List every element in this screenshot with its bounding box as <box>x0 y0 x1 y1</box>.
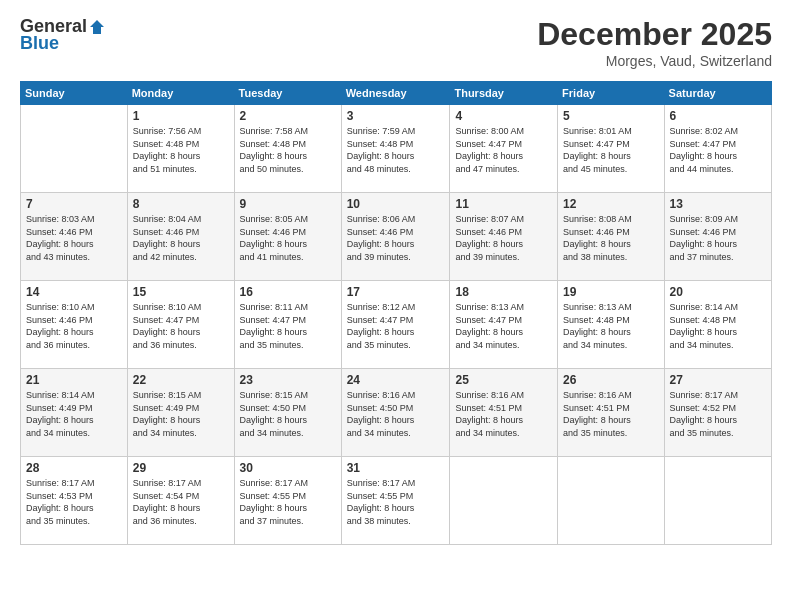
cell-info: Sunset: 4:55 PM <box>347 490 445 503</box>
day-number: 7 <box>26 197 122 211</box>
logo-icon <box>88 18 106 36</box>
cell-info: Sunset: 4:50 PM <box>347 402 445 415</box>
cell-info: and 35 minutes. <box>347 339 445 352</box>
calendar-cell: 2Sunrise: 7:58 AMSunset: 4:48 PMDaylight… <box>234 105 341 193</box>
cell-info: Daylight: 8 hours <box>240 238 336 251</box>
day-number: 17 <box>347 285 445 299</box>
header-sunday: Sunday <box>21 82 128 105</box>
cell-info: Sunrise: 8:02 AM <box>670 125 766 138</box>
day-number: 15 <box>133 285 229 299</box>
header: General Blue December 2025 Morges, Vaud,… <box>20 16 772 69</box>
cell-info: Daylight: 8 hours <box>347 238 445 251</box>
cell-info: Daylight: 8 hours <box>455 150 552 163</box>
cell-info: Sunset: 4:47 PM <box>670 138 766 151</box>
calendar-cell: 7Sunrise: 8:03 AMSunset: 4:46 PMDaylight… <box>21 193 128 281</box>
cell-info: and 51 minutes. <box>133 163 229 176</box>
cell-info: Sunrise: 8:15 AM <box>133 389 229 402</box>
cell-info: Daylight: 8 hours <box>133 414 229 427</box>
header-wednesday: Wednesday <box>341 82 450 105</box>
calendar-cell: 29Sunrise: 8:17 AMSunset: 4:54 PMDayligh… <box>127 457 234 545</box>
day-number: 4 <box>455 109 552 123</box>
cell-info: and 34 minutes. <box>133 427 229 440</box>
calendar-cell <box>664 457 771 545</box>
calendar-cell: 10Sunrise: 8:06 AMSunset: 4:46 PMDayligh… <box>341 193 450 281</box>
day-number: 29 <box>133 461 229 475</box>
cell-info: Daylight: 8 hours <box>347 414 445 427</box>
logo: General Blue <box>20 16 107 54</box>
cell-info: Sunset: 4:46 PM <box>26 314 122 327</box>
calendar-cell: 8Sunrise: 8:04 AMSunset: 4:46 PMDaylight… <box>127 193 234 281</box>
day-number: 19 <box>563 285 658 299</box>
cell-info: Sunset: 4:46 PM <box>133 226 229 239</box>
cell-info: Daylight: 8 hours <box>347 326 445 339</box>
cell-info: Sunset: 4:47 PM <box>563 138 658 151</box>
cell-info: and 47 minutes. <box>455 163 552 176</box>
title-section: December 2025 Morges, Vaud, Switzerland <box>537 16 772 69</box>
cell-info: Sunrise: 8:16 AM <box>455 389 552 402</box>
logo-blue: Blue <box>20 33 59 54</box>
svg-marker-0 <box>90 20 104 34</box>
cell-info: Sunset: 4:46 PM <box>563 226 658 239</box>
day-number: 6 <box>670 109 766 123</box>
header-monday: Monday <box>127 82 234 105</box>
cell-info: Daylight: 8 hours <box>240 150 336 163</box>
cell-info: Sunrise: 8:05 AM <box>240 213 336 226</box>
cell-info: Daylight: 8 hours <box>133 502 229 515</box>
day-number: 8 <box>133 197 229 211</box>
cell-info: Sunrise: 8:17 AM <box>240 477 336 490</box>
month-title: December 2025 <box>537 16 772 53</box>
cell-info: and 48 minutes. <box>347 163 445 176</box>
calendar-cell <box>450 457 558 545</box>
cell-info: Daylight: 8 hours <box>670 326 766 339</box>
cell-info: Daylight: 8 hours <box>563 150 658 163</box>
calendar-cell: 12Sunrise: 8:08 AMSunset: 4:46 PMDayligh… <box>558 193 664 281</box>
cell-info: Sunrise: 8:08 AM <box>563 213 658 226</box>
cell-info: Sunrise: 8:10 AM <box>26 301 122 314</box>
cell-info: and 39 minutes. <box>455 251 552 264</box>
calendar-header-row: SundayMondayTuesdayWednesdayThursdayFrid… <box>21 82 772 105</box>
cell-info: Daylight: 8 hours <box>240 414 336 427</box>
cell-info: Daylight: 8 hours <box>347 150 445 163</box>
cell-info: Sunset: 4:47 PM <box>455 138 552 151</box>
cell-info: and 50 minutes. <box>240 163 336 176</box>
calendar-cell: 27Sunrise: 8:17 AMSunset: 4:52 PMDayligh… <box>664 369 771 457</box>
calendar-cell: 22Sunrise: 8:15 AMSunset: 4:49 PMDayligh… <box>127 369 234 457</box>
cell-info: and 34 minutes. <box>347 427 445 440</box>
cell-info: Sunrise: 8:15 AM <box>240 389 336 402</box>
cell-info: and 34 minutes. <box>455 427 552 440</box>
cell-info: and 36 minutes. <box>26 339 122 352</box>
cell-info: and 35 minutes. <box>26 515 122 528</box>
cell-info: Sunset: 4:47 PM <box>133 314 229 327</box>
page: General Blue December 2025 Morges, Vaud,… <box>0 0 792 612</box>
cell-info: and 38 minutes. <box>347 515 445 528</box>
cell-info: Sunrise: 8:14 AM <box>670 301 766 314</box>
cell-info: Daylight: 8 hours <box>240 502 336 515</box>
cell-info: Sunset: 4:49 PM <box>26 402 122 415</box>
cell-info: Daylight: 8 hours <box>563 414 658 427</box>
calendar-cell: 1Sunrise: 7:56 AMSunset: 4:48 PMDaylight… <box>127 105 234 193</box>
cell-info: Daylight: 8 hours <box>133 238 229 251</box>
cell-info: Sunset: 4:48 PM <box>240 138 336 151</box>
calendar-cell: 3Sunrise: 7:59 AMSunset: 4:48 PMDaylight… <box>341 105 450 193</box>
header-thursday: Thursday <box>450 82 558 105</box>
calendar-cell: 9Sunrise: 8:05 AMSunset: 4:46 PMDaylight… <box>234 193 341 281</box>
cell-info: Sunrise: 8:16 AM <box>563 389 658 402</box>
calendar-cell: 31Sunrise: 8:17 AMSunset: 4:55 PMDayligh… <box>341 457 450 545</box>
cell-info: Sunset: 4:55 PM <box>240 490 336 503</box>
calendar-cell: 28Sunrise: 8:17 AMSunset: 4:53 PMDayligh… <box>21 457 128 545</box>
cell-info: Daylight: 8 hours <box>240 326 336 339</box>
cell-info: Sunrise: 7:59 AM <box>347 125 445 138</box>
cell-info: Sunset: 4:47 PM <box>455 314 552 327</box>
cell-info: and 43 minutes. <box>26 251 122 264</box>
cell-info: Sunrise: 8:17 AM <box>133 477 229 490</box>
day-number: 5 <box>563 109 658 123</box>
cell-info: Sunrise: 8:10 AM <box>133 301 229 314</box>
cell-info: Sunrise: 8:13 AM <box>455 301 552 314</box>
calendar-cell <box>21 105 128 193</box>
day-number: 28 <box>26 461 122 475</box>
cell-info: Sunset: 4:51 PM <box>563 402 658 415</box>
day-number: 13 <box>670 197 766 211</box>
cell-info: Sunrise: 8:06 AM <box>347 213 445 226</box>
calendar-cell: 11Sunrise: 8:07 AMSunset: 4:46 PMDayligh… <box>450 193 558 281</box>
day-number: 24 <box>347 373 445 387</box>
